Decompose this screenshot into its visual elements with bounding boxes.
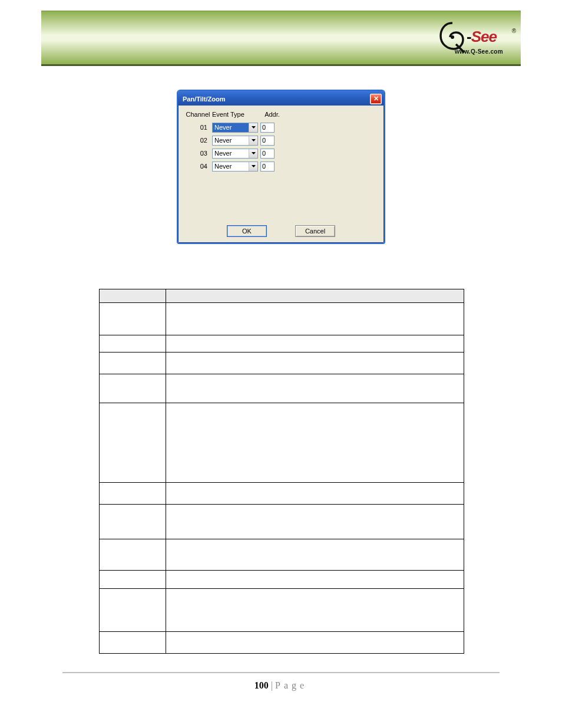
table-header-row	[100, 289, 464, 303]
header-banner: -See ® www.Q-See.com	[41, 11, 521, 66]
dialog-body: Channel Event Type Addr. 01 Never 0 02 N…	[178, 106, 384, 176]
table-row	[100, 335, 464, 353]
ok-button[interactable]: OK	[227, 225, 267, 237]
table-row	[100, 374, 464, 403]
channel-label: 01	[184, 124, 212, 131]
event-type-combo[interactable]: Never	[212, 136, 258, 146]
dialog-titlebar[interactable]: Pan/Tilt/Zoom ✕	[178, 91, 384, 106]
dialog-button-row: OK Cancel	[178, 225, 384, 237]
channel-label: 04	[184, 163, 212, 170]
event-type-combo[interactable]: Never	[212, 149, 258, 159]
table-row	[100, 632, 464, 654]
table-row	[100, 505, 464, 539]
channel-row: 02 Never 0	[184, 134, 378, 147]
header-addr: Addr.	[260, 111, 284, 118]
table-row	[100, 539, 464, 571]
table-row	[100, 403, 464, 483]
logo-registered: ®	[512, 28, 516, 34]
table-row	[100, 353, 464, 374]
addr-input[interactable]: 0	[260, 149, 275, 159]
column-headers: Channel Event Type Addr.	[184, 109, 378, 120]
channel-label: 02	[184, 137, 212, 144]
combo-value: Never	[213, 162, 249, 171]
event-type-combo[interactable]: Never	[212, 123, 258, 133]
page-label: Page	[275, 680, 308, 690]
table-header-cell	[100, 289, 166, 303]
page-footer: 100 | Page	[0, 680, 562, 691]
table-row	[100, 483, 464, 505]
addr-input[interactable]: 0	[260, 123, 275, 133]
channel-row: 03 Never 0	[184, 147, 378, 160]
channel-label: 03	[184, 150, 212, 157]
page-number: 100	[254, 680, 269, 690]
logo-text: -See	[467, 28, 497, 46]
chevron-down-icon[interactable]	[249, 149, 257, 158]
channel-row: 04 Never 0	[184, 160, 378, 173]
chevron-down-icon[interactable]	[249, 162, 257, 171]
combo-value: Never	[213, 149, 249, 158]
header-event-type: Event Type	[212, 111, 260, 118]
chevron-down-icon[interactable]	[249, 136, 257, 145]
footer-separator: |	[269, 680, 275, 690]
header-channel: Channel	[184, 111, 212, 118]
table-row	[100, 303, 464, 335]
combo-value: Never	[213, 136, 249, 145]
channel-row: 01 Never 0	[184, 121, 378, 134]
ptz-dialog: Pan/Tilt/Zoom ✕ Channel Event Type Addr.…	[177, 90, 385, 244]
chevron-down-icon[interactable]	[249, 123, 257, 132]
svg-point-0	[451, 35, 454, 39]
qsee-logo: -See ® www.Q-See.com	[438, 16, 515, 62]
table-row	[100, 571, 464, 589]
close-button[interactable]: ✕	[370, 94, 382, 104]
cancel-button[interactable]: Cancel	[295, 225, 335, 237]
event-type-combo[interactable]: Never	[212, 162, 258, 172]
addr-input[interactable]: 0	[260, 136, 275, 146]
footer-rule	[62, 672, 500, 673]
logo-url: www.Q-See.com	[455, 48, 503, 55]
addr-input[interactable]: 0	[260, 162, 275, 172]
dialog-title: Pan/Tilt/Zoom	[183, 95, 226, 103]
table-header-cell	[166, 289, 464, 303]
doc-table	[99, 289, 464, 654]
combo-value: Never	[213, 123, 249, 132]
table-row	[100, 589, 464, 632]
